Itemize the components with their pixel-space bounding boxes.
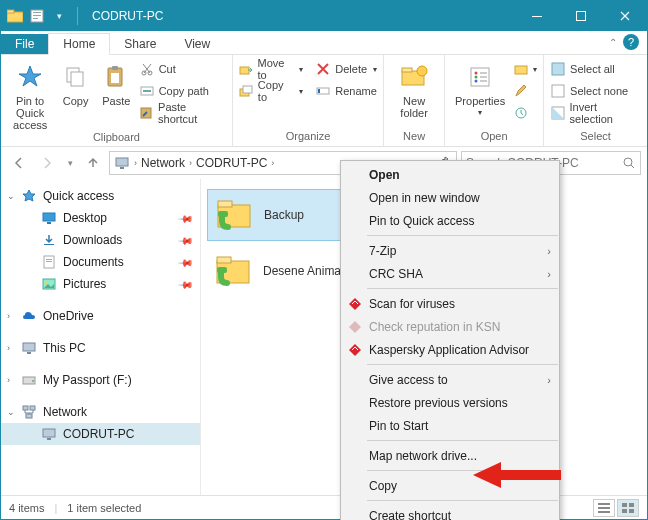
ctx-check-ksn: Check reputation in KSN — [341, 315, 559, 338]
invert-selection-button[interactable]: Invert selection — [550, 103, 641, 123]
large-icons-view-button[interactable] — [617, 499, 639, 517]
breadcrumb-host[interactable]: CODRUT-PC — [196, 156, 267, 170]
svg-rect-60 — [218, 211, 228, 217]
ctx-map-drive[interactable]: Map network drive... — [341, 444, 559, 467]
svg-rect-45 — [46, 259, 52, 260]
view-tab[interactable]: View — [170, 34, 224, 54]
ctx-kaspersky-advisor[interactable]: Kaspersky Application Advisor — [341, 338, 559, 361]
svg-rect-32 — [480, 80, 487, 82]
chevron-down-icon[interactable]: ⌄ — [7, 407, 15, 417]
home-tab[interactable]: Home — [48, 33, 110, 55]
nav-passport[interactable]: ›My Passport (F:) — [1, 369, 200, 391]
chevron-right-icon[interactable]: › — [271, 158, 274, 168]
nav-desktop[interactable]: Desktop📌 — [1, 207, 200, 229]
nav-network[interactable]: ⌄Network — [1, 401, 200, 423]
pc-icon — [21, 340, 37, 356]
chevron-right-icon[interactable]: › — [134, 158, 137, 168]
history-button[interactable] — [513, 103, 537, 123]
ctx-open-new-window[interactable]: Open in new window — [341, 186, 559, 209]
svg-rect-18 — [240, 67, 249, 74]
properties-qat-icon[interactable] — [29, 8, 45, 24]
chevron-right-icon[interactable]: › — [7, 375, 10, 385]
help-icon[interactable]: ? — [623, 34, 639, 50]
new-group: New folder New — [384, 55, 445, 146]
paste-button[interactable]: Paste — [98, 59, 135, 107]
select-all-button[interactable]: Select all — [550, 59, 641, 79]
open-menu-button[interactable]: ▾ — [513, 59, 537, 79]
recent-locations-button[interactable]: ▾ — [63, 151, 77, 175]
chevron-down-icon[interactable]: ⌄ — [7, 191, 15, 201]
chevron-right-icon[interactable]: › — [189, 158, 192, 168]
copy-button[interactable]: Copy — [57, 59, 94, 107]
nav-quick-access[interactable]: ⌄Quick access — [1, 185, 200, 207]
details-view-button[interactable] — [593, 499, 615, 517]
ctx-copy[interactable]: Copy — [341, 474, 559, 497]
nav-onedrive[interactable]: ›OneDrive — [1, 305, 200, 327]
titlebar: ▾ CODRUT-PC — [1, 1, 647, 31]
svg-rect-50 — [27, 352, 31, 354]
svg-rect-57 — [47, 438, 51, 440]
svg-rect-36 — [552, 85, 564, 97]
nav-pictures[interactable]: Pictures📌 — [1, 273, 200, 295]
paste-shortcut-button[interactable]: Paste shortcut — [139, 103, 226, 123]
back-button[interactable] — [7, 151, 31, 175]
ctx-create-shortcut[interactable]: Create shortcut — [341, 504, 559, 520]
minimize-button[interactable] — [515, 1, 559, 31]
search-icon[interactable] — [622, 156, 636, 170]
ctx-restore-versions[interactable]: Restore previous versions — [341, 391, 559, 414]
nav-documents[interactable]: Documents📌 — [1, 251, 200, 273]
ctx-open[interactable]: Open — [341, 163, 559, 186]
svg-rect-41 — [43, 213, 55, 221]
svg-rect-65 — [217, 267, 227, 273]
ribbon: Pin to Quick access Copy Paste Cut Copy … — [1, 55, 647, 147]
share-folder-icon — [216, 195, 256, 235]
new-folder-button[interactable]: New folder — [390, 59, 438, 119]
kaspersky-icon — [347, 319, 363, 335]
ctx-scan-viruses[interactable]: Scan for viruses — [341, 292, 559, 315]
move-to-button[interactable]: Move to▾ — [239, 59, 303, 79]
pin-to-quick-access-button[interactable]: Pin to Quick access — [7, 59, 53, 131]
copy-to-button[interactable]: Copy to▾ — [239, 81, 303, 101]
ribbon-collapse-icon[interactable]: ⌃ — [609, 37, 617, 48]
downloads-icon — [41, 232, 57, 248]
ctx-give-access[interactable]: Give access to› — [341, 368, 559, 391]
close-button[interactable] — [603, 1, 647, 31]
file-tab[interactable]: File — [1, 34, 48, 54]
ctx-pin-quick-access[interactable]: Pin to Quick access — [341, 209, 559, 232]
chevron-right-icon[interactable]: › — [7, 343, 10, 353]
cut-button[interactable]: Cut — [139, 59, 226, 79]
desktop-icon — [41, 210, 57, 226]
share-tab[interactable]: Share — [110, 34, 170, 54]
svg-point-40 — [624, 158, 632, 166]
select-none-button[interactable]: Select none — [550, 81, 641, 101]
pin-icon: 📌 — [178, 254, 194, 270]
forward-button[interactable] — [35, 151, 59, 175]
svg-rect-72 — [629, 509, 634, 513]
ctx-pin-start[interactable]: Pin to Start — [341, 414, 559, 437]
svg-rect-70 — [629, 503, 634, 507]
folder-icon[interactable] — [7, 8, 23, 24]
pin-icon: 📌 — [178, 210, 194, 226]
nav-this-pc[interactable]: ›This PC — [1, 337, 200, 359]
organize-group: Move to▾ Copy to▾ Delete▾ Rename Organiz… — [233, 55, 384, 146]
delete-button[interactable]: Delete▾ — [315, 59, 377, 79]
svg-rect-7 — [577, 12, 586, 21]
ctx-7zip[interactable]: 7-Zip› — [341, 239, 559, 262]
breadcrumb-network[interactable]: Network — [141, 156, 185, 170]
context-menu: Open Open in new window Pin to Quick acc… — [340, 160, 560, 520]
pin-icon: 📌 — [178, 232, 194, 248]
qat-dropdown-icon[interactable]: ▾ — [51, 8, 67, 24]
cloud-icon — [21, 308, 37, 324]
maximize-button[interactable] — [559, 1, 603, 31]
svg-point-52 — [32, 380, 34, 382]
copy-path-button[interactable]: Copy path — [139, 81, 226, 101]
nav-downloads[interactable]: Downloads📌 — [1, 229, 200, 251]
rename-button[interactable]: Rename — [315, 81, 377, 101]
ctx-crc-sha[interactable]: CRC SHA› — [341, 262, 559, 285]
properties-button[interactable]: Properties▾ — [451, 59, 509, 118]
chevron-right-icon[interactable]: › — [7, 311, 10, 321]
svg-rect-53 — [23, 406, 28, 410]
edit-button[interactable] — [513, 81, 537, 101]
nav-host[interactable]: CODRUT-PC — [1, 423, 200, 445]
up-button[interactable] — [81, 151, 105, 175]
